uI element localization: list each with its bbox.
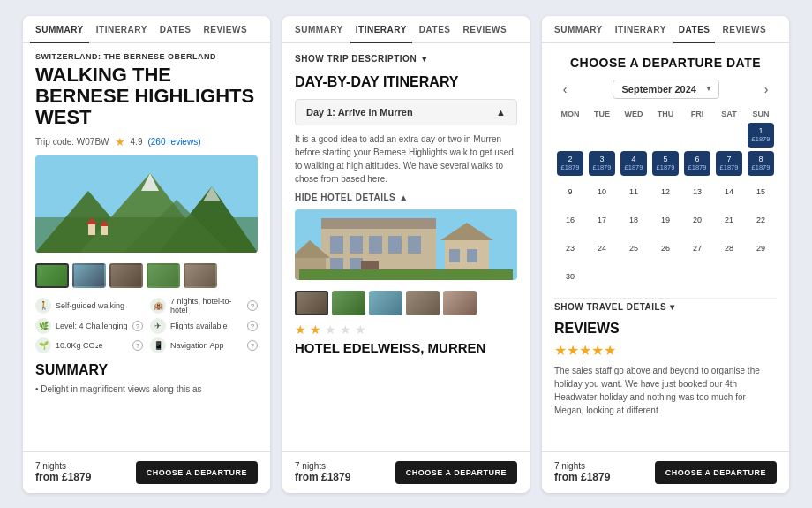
svg-rect-14 — [321, 218, 436, 229]
cal-day-21[interactable]: 21 — [716, 208, 742, 232]
cal-day-19[interactable]: 19 — [652, 208, 679, 232]
cal-day-1[interactable]: 1£1879 — [748, 123, 774, 148]
hotel-icon: 🏨 — [150, 298, 166, 314]
walking-icon: 🚶 — [35, 298, 51, 314]
thumb-3[interactable] — [109, 263, 143, 288]
tab-reviews-1[interactable]: REVIEWS — [198, 16, 252, 43]
hide-hotel-btn[interactable]: HIDE HOTEL DETAILS ▲ — [295, 193, 517, 202]
price-label-1: from £1879 — [35, 471, 91, 483]
cal-day-15[interactable]: 15 — [748, 179, 774, 204]
hotel-thumb-1[interactable] — [295, 291, 328, 315]
cal-day-27[interactable]: 27 — [684, 236, 710, 261]
weekday-tue: TUE — [586, 107, 618, 121]
feature-self-guided: 🚶 Self-guided walking — [35, 297, 143, 315]
cal-day-29[interactable]: 29 — [748, 236, 774, 261]
cal-day-6[interactable]: 6£1879 — [684, 151, 710, 176]
panel1-body: SWITZERLAND: THE BERNESE OBERLAND WALKIN… — [23, 43, 270, 451]
cal-day-13[interactable]: 13 — [684, 179, 710, 204]
thumb-4[interactable] — [147, 263, 180, 288]
tab-itinerary-1[interactable]: ITINERARY — [91, 16, 153, 43]
help-icon-3[interactable]: ? — [247, 321, 258, 331]
month-select[interactable]: September 2024 — [613, 80, 719, 99]
trip-hero-image — [35, 155, 258, 253]
weekday-sun: SUN — [745, 107, 777, 121]
tab-itinerary-3[interactable]: ITINERARY — [610, 16, 672, 43]
day1-accordion[interactable]: Day 1: Arrive in Murren ▲ — [295, 99, 517, 125]
hotel-name: HOTEL EDELWEISS, MURREN — [295, 340, 517, 355]
help-icon-5[interactable]: ? — [247, 340, 258, 351]
svg-rect-19 — [408, 236, 421, 254]
cal-day-10[interactable]: 10 — [589, 179, 615, 204]
tab-itinerary-2[interactable]: ITINERARY — [350, 16, 412, 43]
hotel-thumb-5[interactable] — [443, 291, 477, 315]
choose-departure-btn-3[interactable]: CHOOSE A DEPARTURE — [655, 461, 777, 484]
hotel-thumb-4[interactable] — [406, 291, 440, 315]
cal-day-8[interactable]: 8£1879 — [748, 151, 774, 176]
reviews-link[interactable]: (260 reviews) — [147, 137, 200, 147]
cal-day-4[interactable]: 4£1879 — [620, 151, 647, 176]
star-icon: ★ — [115, 135, 125, 148]
panel3-body: CHOOSE A DEPARTURE DATE ‹ September 2024… — [542, 43, 789, 451]
svg-rect-26 — [449, 249, 460, 262]
help-icon-1[interactable]: ? — [247, 300, 258, 311]
cal-day-30[interactable]: 30 — [557, 264, 583, 289]
help-icon-2[interactable]: ? — [132, 321, 143, 331]
cal-day-23[interactable]: 23 — [557, 236, 583, 261]
tab-dates-2[interactable]: DATES — [414, 16, 456, 43]
tab-dates-3[interactable]: DATES — [673, 16, 716, 43]
cal-day-2[interactable]: 2£1879 — [557, 151, 583, 176]
hotel-thumb-3[interactable] — [369, 291, 402, 315]
chevron-up-icon-2: ▲ — [399, 193, 408, 202]
features-grid: 🚶 Self-guided walking 🏨 7 nights, hotel-… — [35, 297, 258, 353]
cal-day-14[interactable]: 14 — [716, 179, 742, 204]
tab-reviews-2[interactable]: REVIEWS — [457, 16, 512, 43]
tab-dates-1[interactable]: DATES — [154, 16, 197, 43]
show-trip-description-btn[interactable]: SHOW TRIP DESCRIPTION ▾ — [295, 52, 517, 64]
tab-summary-2[interactable]: SUMMARY — [289, 16, 349, 43]
svg-rect-16 — [350, 236, 363, 254]
feature-flights: ✈ Flights available ? — [150, 318, 258, 334]
prev-month-btn[interactable]: ‹ — [554, 79, 575, 100]
cal-day-20[interactable]: 20 — [684, 208, 710, 232]
thumb-2[interactable] — [72, 263, 106, 288]
tab-summary-1[interactable]: SUMMARY — [30, 16, 89, 43]
cal-day-28[interactable]: 28 — [716, 236, 742, 261]
feature-nav: 📱 Navigation App ? — [150, 337, 258, 353]
choose-departure-btn-2[interactable]: CHOOSE A DEPARTURE — [395, 461, 517, 484]
trip-title: WALKING THE BERNESE HIGHLIGHTS WEST — [35, 64, 258, 129]
cal-day-17[interactable]: 17 — [589, 208, 615, 232]
cal-day-24[interactable]: 24 — [589, 236, 615, 261]
cal-day-26[interactable]: 26 — [652, 236, 679, 261]
cal-day-9[interactable]: 9 — [557, 179, 583, 204]
price-label-3: from £1879 — [554, 471, 610, 483]
cal-day-3[interactable]: 3£1879 — [589, 151, 615, 176]
chevron-down-icon: ▾ — [422, 54, 427, 64]
tab-reviews-3[interactable]: REVIEWS — [717, 16, 771, 43]
thumb-1[interactable] — [35, 263, 69, 288]
thumb-5[interactable] — [184, 263, 217, 288]
help-icon-4[interactable]: ? — [132, 340, 143, 351]
cal-day-22[interactable]: 22 — [748, 208, 774, 232]
star-2: ★ — [310, 322, 321, 337]
cal-day-7[interactable]: 7£1879 — [716, 151, 742, 176]
cal-day-12[interactable]: 12 — [652, 179, 679, 204]
cal-day-11[interactable]: 11 — [620, 179, 647, 204]
next-month-btn[interactable]: › — [756, 79, 777, 100]
weekday-wed: WED — [618, 107, 650, 121]
hotel-thumb-2[interactable] — [332, 291, 365, 315]
tab-summary-3[interactable]: SUMMARY — [549, 16, 608, 43]
day1-label: Day 1: Arrive in Murren — [306, 107, 413, 118]
itinerary-title: DAY-BY-DAY ITINERARY — [295, 74, 517, 90]
cal-day-16[interactable]: 16 — [557, 208, 583, 232]
panel-dates: SUMMARY ITINERARY DATES REVIEWS CHOOSE A… — [542, 16, 789, 493]
cal-day-25[interactable]: 25 — [620, 236, 647, 261]
cal-day-5[interactable]: 5£1879 — [652, 151, 679, 176]
tab-bar-2: SUMMARY ITINERARY DATES REVIEWS — [282, 16, 530, 43]
feature-label-2: 7 nights, hotel-to-hotel — [170, 297, 243, 315]
price-info-3: 7 nights from £1879 — [554, 461, 610, 483]
cal-day-18[interactable]: 18 — [620, 208, 647, 232]
choose-departure-btn-1[interactable]: CHOOSE A DEPARTURE — [136, 461, 258, 484]
show-travel-details-btn[interactable]: SHOW TRAVEL DETAILS ▾ — [554, 298, 777, 312]
panel-summary: SUMMARY ITINERARY DATES REVIEWS SWITZERL… — [23, 16, 270, 493]
svg-rect-8 — [88, 224, 95, 235]
